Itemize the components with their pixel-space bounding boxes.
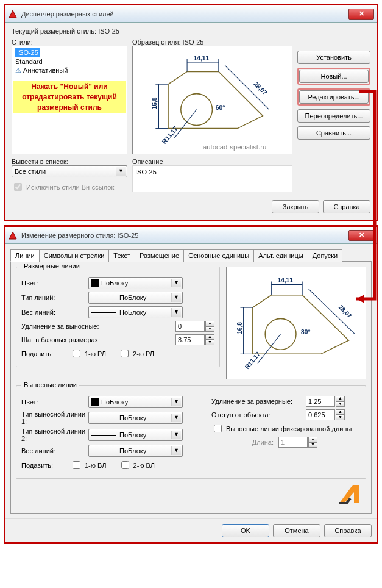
svg-line-27 (258, 334, 281, 364)
tab-symbols[interactable]: Символы и стрелки (39, 249, 110, 262)
dimlines-group: Размерные линии (21, 262, 82, 270)
length-spinner[interactable]: ▲▼ (278, 437, 317, 448)
logo-icon (336, 479, 364, 508)
ext-lweight-combo[interactable]: ПоБлоку▼ (88, 445, 183, 457)
tab-text[interactable]: Текст (108, 249, 135, 262)
desc-label: Описание (132, 158, 292, 165)
current-style-label: Текущий размерный стиль: ISO-25 (12, 27, 370, 35)
cancel-button[interactable]: Отмена (273, 524, 320, 537)
ext-color-combo[interactable]: ПоБлоку▼ (88, 396, 183, 408)
ext-lt1-combo[interactable]: ПоБлоку▼ (88, 412, 183, 424)
override-button[interactable]: Переопределить... (297, 109, 370, 123)
dialog-title: Диспетчер размерных стилей (21, 10, 348, 18)
svg-text:60°: 60° (216, 104, 225, 111)
style-item-standard[interactable]: Standard (13, 57, 126, 66)
help-button[interactable]: Справка (323, 200, 370, 213)
ext-beyond-spinner[interactable]: ▲▼ (306, 396, 345, 407)
new-button[interactable]: Новый... (299, 70, 369, 83)
modify-preview: 14,11 16,8 28,07 80° R11,17 (226, 267, 366, 379)
style-item-annotative[interactable]: ⚠ Аннотативный (13, 66, 126, 75)
svg-line-12 (174, 110, 196, 138)
set-current-button[interactable]: Установить (297, 51, 370, 64)
svg-text:80°: 80° (301, 329, 310, 335)
dimline-ltype-combo[interactable]: ПоБлоку▼ (88, 292, 183, 304)
tab-lines[interactable]: Линии (10, 249, 40, 262)
offset-spinner[interactable]: ▲▼ (306, 409, 345, 420)
sup-dl1-checkbox[interactable]: 1-ю РЛ (70, 348, 106, 359)
svg-text:16,8: 16,8 (151, 97, 158, 109)
tab-tol[interactable]: Допуски (308, 249, 342, 262)
hint-overlay: Нажать "Новый" или отредактировать текущ… (13, 81, 126, 113)
modify-button[interactable]: Редактировать... (299, 90, 369, 104)
svg-text:28,07: 28,07 (338, 304, 353, 320)
tab-alt[interactable]: Альт. единицы (253, 249, 308, 262)
extlines-group: Выносные линии (21, 381, 79, 389)
sup-el1-checkbox[interactable]: 1-ю ВЛ (70, 459, 107, 471)
style-preview: 14,11 16,8 28,07 60° R11,17 autocad-spec… (132, 46, 292, 154)
svg-text:14,11: 14,11 (278, 277, 294, 284)
dimline-lweight-combo[interactable]: ПоБлоку▼ (88, 306, 183, 318)
preview-label: Образец стиля: ISO-25 (132, 38, 292, 46)
ok-button[interactable]: OK (222, 524, 269, 537)
xref-label: Исключить стили Вн-ссылок (26, 184, 114, 191)
sup-el2-checkbox[interactable]: 2-ю ВЛ (119, 459, 155, 471)
dimline-color-combo[interactable]: ПоБлоку▼ (88, 277, 183, 289)
close-button[interactable]: ✕ (348, 9, 374, 20)
close-button-2[interactable]: ✕ (348, 230, 374, 241)
svg-text:autocad-specialist.ru: autocad-specialist.ru (203, 143, 266, 151)
fixed-len-checkbox[interactable]: Выносные линии фиксированной длины (211, 423, 352, 434)
tab-fit[interactable]: Размещение (135, 249, 184, 262)
autocad-icon (8, 9, 18, 19)
chevron-down-icon: ▼ (116, 167, 126, 176)
tab-primary[interactable]: Основные единицы (183, 249, 254, 262)
tabs: Линии Символы и стрелки Текст Размещение… (10, 249, 372, 262)
compare-button[interactable]: Сравнить... (297, 126, 370, 140)
help-button-2[interactable]: Справка (324, 524, 372, 537)
dialog2-title: Изменение размерного стиля: ISO-25 (21, 232, 348, 239)
styles-label: Стили: (12, 38, 127, 46)
extend-spinner[interactable]: ▲▼ (175, 321, 214, 332)
close-dialog-button[interactable]: Закрыть (272, 200, 319, 213)
baseline-spinner[interactable]: ▲▼ (175, 334, 214, 345)
autocad-icon (8, 231, 18, 240)
sup-dl2-checkbox[interactable]: 2-ю РЛ (118, 348, 154, 359)
filter-label: Вывести в список: (12, 158, 127, 165)
style-item-iso25[interactable]: ISO-25 (15, 48, 40, 57)
svg-text:16,8: 16,8 (236, 322, 243, 334)
desc-box: ISO-25 (132, 165, 292, 192)
svg-text:28,07: 28,07 (252, 81, 268, 96)
styles-listbox[interactable]: ISO-25 Standard ⚠ Аннотативный Нажать "Н… (12, 46, 127, 154)
filter-combo[interactable]: Все стили▼ (12, 165, 127, 177)
xref-checkbox (14, 183, 22, 191)
ext-lt2-combo[interactable]: ПоБлоку▼ (88, 429, 183, 441)
svg-text:14,11: 14,11 (193, 55, 209, 62)
